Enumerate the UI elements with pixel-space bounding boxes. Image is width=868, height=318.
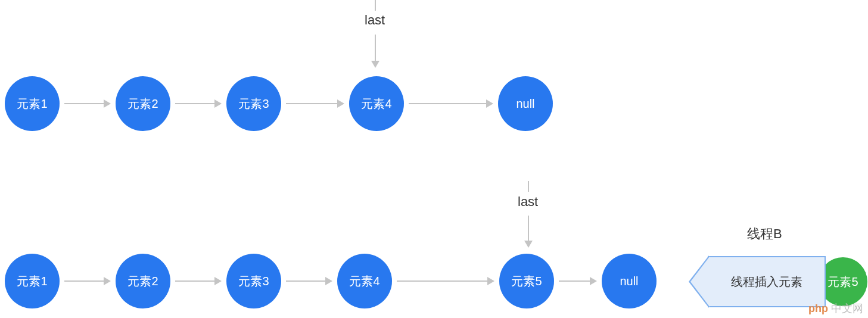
arrow-row1-2 <box>170 99 226 108</box>
tick-top <box>375 0 376 11</box>
arrow-row2-4 <box>392 276 499 286</box>
node-row2-2: 元素2 <box>116 254 170 308</box>
arrow-row2-1 <box>60 276 116 286</box>
watermark-text: 中文网 <box>831 303 863 314</box>
banner-text: 线程插入元素 <box>731 274 802 290</box>
node-label: 元素2 <box>127 96 158 112</box>
node-row2-1: 元素1 <box>5 254 60 308</box>
arrow-row2-2 <box>170 276 226 286</box>
node-label: 元素3 <box>238 273 269 289</box>
arrow-down-top <box>375 35 376 67</box>
node-label: 元素1 <box>17 273 47 289</box>
node-row1-null: null <box>498 76 553 131</box>
node-label: 元素4 <box>349 273 379 289</box>
watermark-brand: php <box>808 303 828 314</box>
node-label: 元素4 <box>361 96 391 112</box>
node-label: 元素3 <box>238 96 269 112</box>
arrow-row1-1 <box>60 99 116 108</box>
last-label-bottom: last <box>518 194 538 210</box>
arrow-down-bottom <box>528 216 529 247</box>
last-label-top: last <box>365 13 385 28</box>
node-row1-2: 元素2 <box>116 76 170 131</box>
arrow-row1-4 <box>404 99 498 108</box>
thread-b-label: 线程B <box>747 225 782 243</box>
thread-insert-banner: 线程插入元素 <box>708 256 826 307</box>
node-label: 元素5 <box>827 274 858 290</box>
linked-list-row-1: 元素1 元素2 元素3 元素4 null <box>5 76 553 131</box>
arrow-row2-5 <box>554 276 602 286</box>
node-label: 元素1 <box>17 96 47 112</box>
arrow-row2-3 <box>281 276 337 286</box>
node-label: null <box>516 97 534 111</box>
node-row2-null: null <box>602 254 657 308</box>
watermark: php 中文网 <box>808 301 863 316</box>
node-label: 元素2 <box>127 273 158 289</box>
tick-bottom <box>528 181 529 192</box>
node-row2-3: 元素3 <box>226 254 281 308</box>
node-row2-5: 元素5 <box>499 254 554 308</box>
node-label: null <box>620 275 638 288</box>
node-row2-4: 元素4 <box>337 254 392 308</box>
node-label: 元素5 <box>511 273 542 289</box>
node-row1-4: 元素4 <box>349 76 404 131</box>
node-row1-1: 元素1 <box>5 76 60 131</box>
extra-node-green: 元素5 <box>819 257 867 306</box>
linked-list-row-2: 元素1 元素2 元素3 元素4 元素5 null <box>5 254 657 308</box>
node-row1-3: 元素3 <box>226 76 281 131</box>
arrow-row1-3 <box>281 99 349 108</box>
